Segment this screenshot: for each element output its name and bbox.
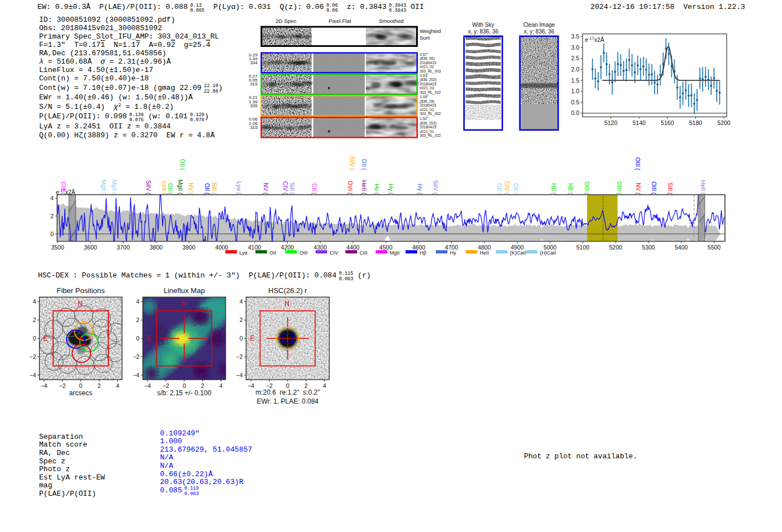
svg-text:Fiber Positions: Fiber Positions [57, 286, 105, 295]
svg-text:4: 4 [116, 382, 119, 389]
svg-text:2: 2 [136, 317, 140, 323]
svg-text:−4: −4 [133, 372, 140, 378]
svg-text:−4: −4 [236, 372, 243, 378]
svg-text:HSC(26.2) r: HSC(26.2) r [268, 286, 307, 295]
svg-text:Lineflux Map: Lineflux Map [164, 286, 205, 295]
svg-text:4: 4 [240, 298, 243, 305]
svg-text:0: 0 [79, 382, 83, 389]
svg-text:4: 4 [33, 298, 36, 305]
svg-text:2: 2 [97, 382, 101, 389]
svg-text:m:20.6 re:1.2" s:0.2": m:20.6 re:1.2" s:0.2" [255, 389, 320, 396]
svg-text:−2: −2 [30, 353, 36, 360]
svg-text:0: 0 [33, 335, 36, 342]
svg-text:4: 4 [136, 298, 140, 305]
svg-text:0: 0 [240, 335, 243, 342]
svg-text:4: 4 [220, 382, 223, 389]
svg-text:s/b: 2.15 +/- 0.100: s/b: 2.15 +/- 0.100 [157, 389, 211, 397]
svg-text:E: E [43, 334, 47, 342]
svg-text:0: 0 [136, 335, 140, 342]
svg-text:E: E [250, 334, 255, 342]
svg-text:2: 2 [201, 382, 204, 389]
svg-text:0: 0 [286, 382, 289, 389]
svg-text:4: 4 [323, 382, 326, 389]
svg-text:2: 2 [304, 382, 308, 389]
svg-text:−2: −2 [236, 353, 243, 360]
svg-text:E: E [146, 334, 151, 342]
svg-text:−4: −4 [30, 372, 36, 378]
svg-text:N: N [78, 300, 83, 308]
svg-text:arcsecs: arcsecs [69, 389, 92, 397]
svg-text:−4: −4 [247, 382, 254, 389]
svg-text:−2: −2 [59, 382, 66, 389]
svg-text:−2: −2 [133, 353, 140, 360]
svg-text:N: N [285, 300, 290, 308]
svg-text:−2: −2 [163, 382, 169, 389]
svg-text:−2: −2 [266, 382, 273, 389]
svg-text:−4: −4 [41, 382, 47, 389]
svg-text:2: 2 [240, 317, 243, 323]
svg-text:N: N [182, 300, 187, 308]
svg-text:0: 0 [183, 382, 186, 389]
svg-text:EWr: 1. PLAE: 0.084: EWr: 1. PLAE: 0.084 [257, 397, 319, 405]
svg-text:−4: −4 [144, 382, 151, 389]
svg-text:2: 2 [33, 317, 36, 323]
